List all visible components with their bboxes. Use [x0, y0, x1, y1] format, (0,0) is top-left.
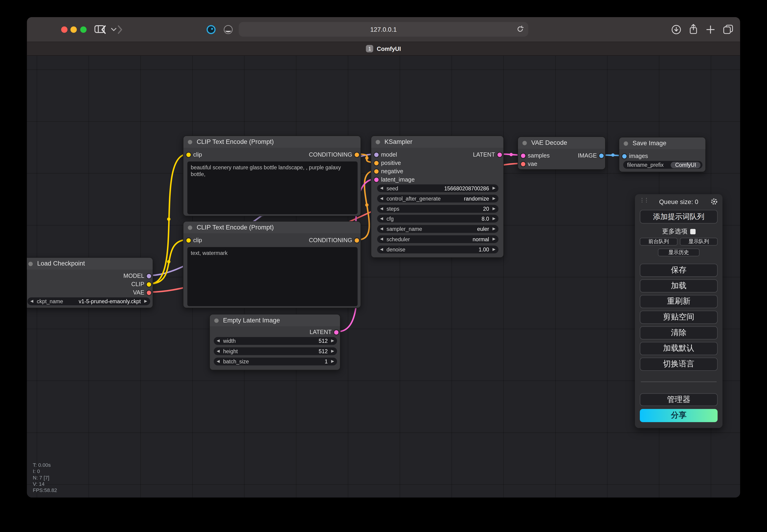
node-clip-encode-positive[interactable]: CLIP Text Encode (Prompt) clip CONDITION… — [183, 136, 361, 216]
back-icon[interactable] — [100, 25, 107, 35]
increment-arrow[interactable]: ▶ — [492, 237, 495, 241]
image-port-dot[interactable] — [599, 153, 604, 158]
height-widget[interactable]: ◀ height 512 ▶ — [214, 347, 337, 355]
tab-count-badge[interactable]: 1 — [366, 45, 374, 53]
increment-arrow[interactable]: ▶ — [331, 339, 334, 343]
increment-arrow[interactable]: ▶ — [492, 247, 495, 251]
conditioning-port-dot[interactable] — [374, 161, 379, 165]
clip-port-dot[interactable] — [186, 152, 191, 157]
input-vae[interactable]: vae — [521, 161, 537, 167]
latent-port-dot[interactable] — [498, 152, 502, 157]
ckpt-name-widget[interactable]: ◀ ckpt_name v1-5-pruned-emaonly.ckpt ▶ — [27, 297, 150, 305]
conditioning-port-dot[interactable] — [355, 152, 359, 157]
prompt-textarea[interactable]: text, watermark — [187, 247, 358, 306]
node-save-image[interactable]: Save Image images filename_prefix ComfyU… — [619, 137, 706, 172]
extension-blocker-icon[interactable] — [206, 25, 216, 35]
decrement-arrow[interactable]: ◀ — [380, 197, 383, 201]
tab-comfyui[interactable]: ComfyUI — [377, 45, 401, 52]
increment-arrow[interactable]: ▶ — [492, 197, 495, 201]
input-model[interactable]: model — [374, 151, 397, 158]
save-button[interactable]: 保存 — [640, 264, 718, 277]
steps-widget[interactable]: ◀ steps 20 ▶ — [377, 205, 498, 213]
forward-icon[interactable] — [117, 25, 123, 35]
output-model[interactable]: MODEL — [124, 272, 151, 279]
refresh-button[interactable]: 重刷新 — [640, 295, 718, 308]
latent-port-dot[interactable] — [521, 153, 525, 158]
clear-button[interactable]: 清除 — [640, 326, 718, 340]
input-samples[interactable]: samples — [521, 152, 550, 159]
input-positive[interactable]: positive — [374, 159, 401, 166]
queue-prompt-button[interactable]: 添加提示词队列 — [640, 210, 718, 223]
clip-port-dot[interactable] — [147, 282, 151, 286]
new-tab-icon[interactable] — [706, 25, 715, 34]
switch-language-button[interactable]: 切换语言 — [640, 358, 718, 371]
cfg-widget[interactable]: ◀ cfg 8.0 ▶ — [377, 215, 498, 223]
decrement-arrow[interactable]: ◀ — [380, 186, 383, 190]
output-latent[interactable]: LATENT — [309, 329, 338, 336]
node-ksampler[interactable]: KSampler model positive negative latent_… — [371, 136, 504, 258]
input-images[interactable]: images — [622, 153, 648, 160]
clip-port-dot[interactable] — [186, 238, 191, 242]
increment-arrow[interactable]: ▶ — [492, 186, 495, 190]
collapse-dot[interactable] — [188, 226, 192, 230]
manager-button[interactable]: 管理器 — [640, 393, 718, 406]
collapse-dot[interactable] — [188, 140, 192, 144]
denoise-widget[interactable]: ◀ denoise 1.00 ▶ — [377, 246, 498, 254]
graph-canvas[interactable]: Load Checkpoint MODEL CLIP VAE ◀ ckpt_na… — [27, 56, 740, 498]
vae-port-dot[interactable] — [147, 290, 151, 295]
share-button[interactable]: 分享 — [640, 409, 718, 422]
output-vae[interactable]: VAE — [133, 289, 151, 296]
settings-gear-icon[interactable] — [710, 198, 718, 207]
prompt-textarea[interactable]: beautiful scenery nature glass bottle la… — [187, 161, 358, 214]
input-negative[interactable]: negative — [374, 168, 403, 175]
output-image[interactable]: IMAGE — [578, 152, 603, 159]
front-queue-button[interactable]: 前台队列 — [640, 238, 677, 246]
zoom-button[interactable] — [80, 26, 87, 32]
increment-arrow[interactable]: ▶ — [331, 349, 334, 353]
downloads-icon[interactable] — [671, 25, 681, 35]
share-icon[interactable] — [689, 24, 698, 35]
latent-port-dot[interactable] — [374, 177, 379, 182]
reload-icon[interactable] — [516, 25, 524, 34]
output-conditioning[interactable]: CONDITIONING — [309, 237, 359, 244]
node-clip-encode-negative[interactable]: CLIP Text Encode (Prompt) clip CONDITION… — [183, 221, 361, 308]
node-empty-latent-image[interactable]: Empty Latent Image LATENT ◀ width 512 ▶ … — [209, 314, 340, 370]
seed-widget[interactable]: ◀ seed 156680208700286 ▶ — [377, 184, 498, 192]
increment-arrow[interactable]: ▶ — [492, 207, 495, 211]
filename-prefix-widget[interactable]: filename_prefix ComfyUI — [623, 161, 702, 169]
increment-arrow[interactable]: ▶ — [492, 227, 495, 231]
increment-arrow[interactable]: ▶ — [331, 359, 334, 363]
increment-arrow[interactable]: ▶ — [144, 299, 147, 303]
decrement-arrow[interactable]: ◀ — [380, 247, 383, 251]
input-clip[interactable]: clip — [186, 237, 202, 244]
load-button[interactable]: 加载 — [640, 279, 718, 293]
decrement-arrow[interactable]: ◀ — [30, 299, 33, 303]
decrement-arrow[interactable]: ◀ — [217, 349, 220, 353]
decrement-arrow[interactable]: ◀ — [380, 237, 383, 241]
image-port-dot[interactable] — [622, 154, 627, 158]
collapse-dot[interactable] — [523, 141, 527, 145]
output-clip[interactable]: CLIP — [131, 281, 151, 288]
minimize-button[interactable] — [71, 26, 77, 32]
extra-options-checkbox[interactable] — [690, 229, 695, 234]
conditioning-port-dot[interactable] — [355, 238, 359, 242]
decrement-arrow[interactable]: ◀ — [217, 339, 220, 343]
input-clip[interactable]: clip — [186, 151, 202, 158]
scheduler-widget[interactable]: ◀ scheduler normal ▶ — [377, 235, 498, 243]
tab-overview-icon[interactable] — [723, 25, 733, 34]
comfyui-menu-panel[interactable]: ⋮⋮ Queue size: 0 添加提示词队列 更多选项 前台队列 显示队列 … — [635, 194, 723, 428]
output-latent[interactable]: LATENT — [473, 151, 502, 158]
decrement-arrow[interactable]: ◀ — [217, 359, 220, 363]
collapse-dot[interactable] — [376, 140, 380, 144]
url-bar[interactable]: 127.0.0.1 — [239, 22, 528, 37]
width-widget[interactable]: ◀ width 512 ▶ — [214, 337, 337, 345]
extension-moon-icon[interactable] — [223, 25, 233, 35]
model-port-dot[interactable] — [147, 274, 151, 278]
close-button[interactable] — [61, 26, 67, 32]
decrement-arrow[interactable]: ◀ — [380, 227, 383, 231]
output-conditioning[interactable]: CONDITIONING — [309, 151, 359, 158]
collapse-dot[interactable] — [624, 141, 628, 146]
node-vae-decode[interactable]: VAE Decode samples vae IMAGE — [517, 136, 606, 170]
conditioning-port-dot[interactable] — [374, 169, 379, 173]
control-after-generate-widget[interactable]: ◀ control_after_generate randomize ▶ — [377, 195, 498, 203]
